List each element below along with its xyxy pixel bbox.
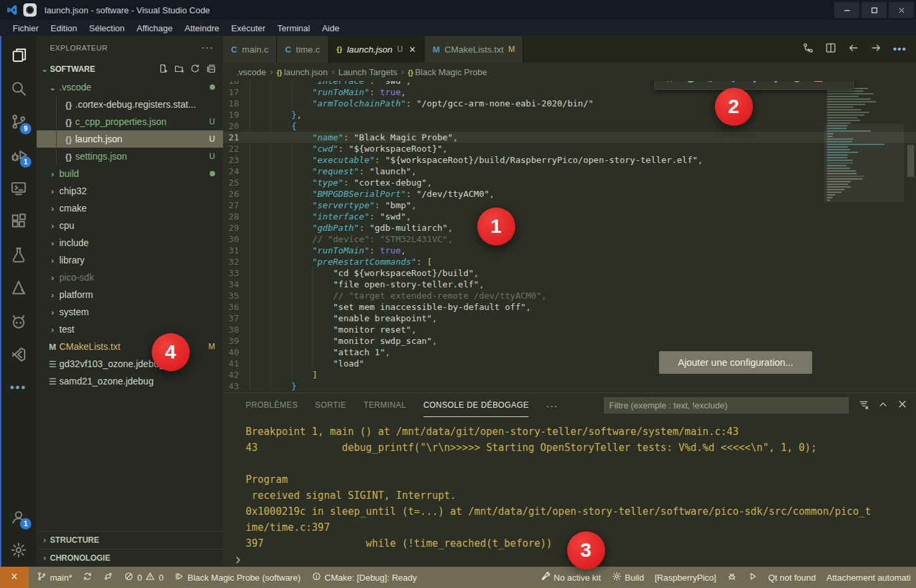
activity-explorer-icon[interactable] — [0, 39, 37, 72]
status-play[interactable] — [742, 567, 763, 588]
refresh-icon[interactable] — [190, 63, 200, 76]
status-debug[interactable]: Black Magic Probe (software) — [169, 567, 306, 588]
status-attachementautomati[interactable]: Attachement automati — [821, 567, 916, 588]
tree-item-system[interactable]: ›system — [37, 303, 223, 321]
clear-console-icon[interactable] — [858, 398, 869, 412]
line-number[interactable]: 41 — [223, 358, 250, 369]
line-number[interactable]: 26 — [223, 188, 250, 200]
activity-platformio-icon[interactable] — [0, 305, 37, 338]
tab-main.c[interactable]: Cmain.c — [223, 36, 277, 63]
line-number[interactable]: 35 — [223, 290, 250, 301]
tree-item-CMakeLists.txt[interactable]: MCMakeLists.txtM — [37, 338, 223, 355]
maximize-panel-icon[interactable] — [877, 398, 889, 412]
menu-selection[interactable]: Sélection — [83, 22, 130, 35]
close-tab-icon[interactable]: ✕ — [409, 45, 416, 55]
menu-executer[interactable]: Exécuter — [225, 22, 271, 35]
minimize-button[interactable] — [834, 2, 859, 18]
status-item[interactable]: 00 — [118, 567, 168, 588]
activity-search-icon[interactable] — [0, 72, 37, 105]
tree-item-samd21_ozone.jdebug[interactable]: ☰samd21_ozone.jdebug — [37, 372, 223, 390]
line-number[interactable]: 32 — [223, 256, 250, 267]
tree-item-library[interactable]: ›library — [37, 251, 223, 269]
close-panel-icon[interactable] — [897, 398, 908, 412]
line-number[interactable]: 30 — [223, 233, 250, 245]
breadcrumb-item[interactable]: .vscode — [236, 67, 266, 77]
chevron-down-button[interactable] — [829, 81, 849, 87]
step-into-button[interactable] — [744, 81, 764, 87]
menu-terminal[interactable]: Terminal — [272, 22, 316, 35]
line-number[interactable]: 37 — [223, 313, 250, 324]
menu-edition[interactable]: Edition — [45, 22, 83, 35]
new-file-icon[interactable] — [158, 63, 168, 76]
status-tools[interactable]: No active kit — [535, 567, 606, 588]
collapse-all-icon[interactable] — [206, 63, 216, 76]
split-editor-icon[interactable] — [825, 42, 837, 57]
editor-scrollbar[interactable] — [907, 145, 914, 177]
line-number[interactable]: 27 — [223, 200, 250, 211]
breadcrumb-item[interactable]: {} Black Magic Probe — [408, 67, 487, 77]
step-over-button[interactable] — [723, 81, 743, 87]
grip-button[interactable] — [659, 81, 679, 87]
tab-time.c[interactable]: Ctime.c — [277, 36, 328, 63]
step-out-button[interactable] — [766, 81, 786, 87]
status-branch[interactable]: main* — [31, 567, 77, 588]
sidebar-more-icon[interactable]: ··· — [201, 42, 214, 54]
activity-source-control-icon[interactable]: 9 — [0, 105, 37, 138]
tree-item-c_cpp_properties.json[interactable]: {}c_cpp_properties.jsonU — [37, 113, 223, 130]
new-folder-icon[interactable] — [174, 63, 184, 76]
power-button[interactable] — [680, 81, 700, 87]
line-number[interactable]: 34 — [223, 279, 250, 290]
restart-button[interactable] — [787, 81, 807, 87]
line-number[interactable]: 44 — [223, 392, 250, 392]
minimap-viewport[interactable] — [824, 124, 904, 202]
activity-remote-explorer-icon[interactable] — [0, 172, 37, 205]
breadcrumb-item[interactable]: {} launch.json — [277, 67, 328, 77]
status-remote[interactable] — [0, 567, 29, 588]
activity-run-debug-icon[interactable]: 1 — [0, 138, 37, 172]
forward-icon[interactable] — [870, 42, 882, 57]
activity-cmake-tools-icon[interactable] — [0, 271, 37, 305]
line-number[interactable]: 43 — [223, 380, 250, 392]
tree-item-pico-sdk[interactable]: ›pico-sdk — [37, 269, 223, 286]
tree-item-settings.json[interactable]: {}settings.jsonU — [37, 148, 223, 165]
tree-item-include[interactable]: ›include — [37, 234, 223, 251]
activity-more-icon[interactable]: ••• — [0, 371, 37, 404]
status-gear[interactable]: Build — [606, 567, 650, 588]
tree-item-cmake[interactable]: ›cmake — [37, 200, 223, 217]
minimap[interactable] — [827, 85, 901, 202]
menu-aide[interactable]: Aide — [316, 22, 345, 35]
tree-item-.vscode[interactable]: ⌄.vscode — [37, 78, 223, 96]
line-number[interactable]: 17 — [223, 86, 250, 98]
section-structure[interactable]: ›STRUCTURE — [37, 531, 223, 549]
activity-extensions-icon[interactable] — [0, 205, 37, 238]
back-icon[interactable] — [847, 42, 859, 57]
menu-atteindre[interactable]: Atteindre — [178, 22, 225, 35]
panel-tab-console-de-de-bogage[interactable]: CONSOLE DE DÉBOGAGE — [423, 393, 529, 417]
status-compare[interactable] — [98, 567, 118, 588]
line-number[interactable]: 29 — [223, 222, 250, 233]
tree-item-launch.json[interactable]: {}launch.jsonU — [37, 130, 223, 148]
menu-fichier[interactable]: Fichier — [7, 22, 45, 35]
tree-item-gd32vf103_ozone.jdebug[interactable]: ☰gd32vf103_ozone.jdebug — [37, 355, 223, 372]
status-qtnotfound[interactable]: Qt not found — [763, 567, 821, 588]
tab-CMakeLists.txt[interactable]: MCMakeLists.txtM — [425, 36, 523, 63]
debug-filter-input[interactable] — [604, 397, 849, 414]
activity-testing-icon[interactable] — [0, 238, 37, 271]
activity-settings-icon[interactable] — [0, 533, 37, 567]
line-number[interactable]: 38 — [223, 324, 250, 335]
tree-item-build[interactable]: ›build — [37, 165, 223, 182]
line-number[interactable]: 28 — [223, 211, 250, 222]
panel-tab-sortie[interactable]: SORTIE — [315, 393, 346, 417]
explorer-section-header[interactable]: ⌄ SOFTWARE — [37, 60, 223, 78]
line-number[interactable]: 33 — [223, 267, 250, 279]
activity-vs-project-icon[interactable] — [0, 338, 37, 371]
status-bug[interactable] — [722, 567, 742, 588]
close-button[interactable] — [889, 2, 914, 18]
code-editor[interactable]: 16 "interface": "swd",17 "runToMain": tr… — [223, 81, 916, 392]
line-number[interactable]: 22 — [223, 143, 250, 154]
line-number[interactable]: 40 — [223, 347, 250, 358]
more-actions-icon[interactable]: ••• — [893, 43, 907, 56]
line-number[interactable]: 23 — [223, 154, 250, 166]
tree-item-test[interactable]: ›test — [37, 321, 223, 338]
status-sync[interactable] — [77, 567, 98, 588]
